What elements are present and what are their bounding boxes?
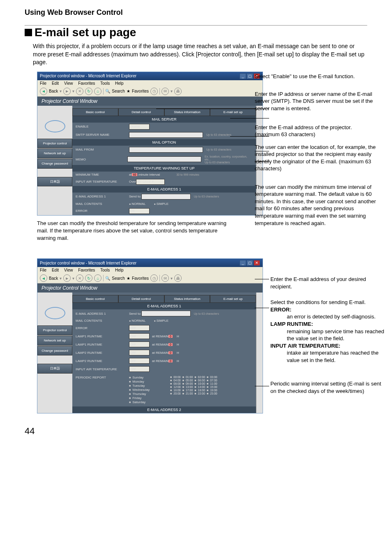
menu-tools[interactable]: Tools [100,81,110,86]
menu-bar-2[interactable]: File Edit View Favorites Tools Help [37,267,263,273]
back-icon[interactable]: ◄ [40,88,47,95]
lamp2r-val-b[interactable]: 0 [168,360,173,362]
ie-toolbar[interactable]: ◄ Back ▾ ► ▾ ✕ ↻ ⌂ 🔍 Search ★ Favorites … [37,86,263,97]
vertical-scrollbar-2[interactable] [256,293,263,413]
radio-normal-2[interactable]: NORMAL [129,319,145,323]
lamp2r-val-a[interactable]: 0 [168,351,173,354]
sidebar-network-setup-2[interactable]: Network set up [37,336,72,346]
select-error-2[interactable]: OFF [129,325,150,331]
menu-edit-2[interactable]: Edit [52,268,59,272]
radio-simple-2[interactable]: SIMPLE [154,319,168,323]
print-icon-2[interactable]: 🖶 [174,274,182,282]
back-icon-2[interactable]: ◄ [40,274,47,282]
menu-view-2[interactable]: View [64,268,73,272]
select-inputair-2[interactable]: OFF [129,366,150,372]
menu-file-2[interactable]: File [40,268,46,272]
search-label[interactable]: Search [112,89,125,93]
home-icon-2[interactable]: ⌂ [94,274,101,282]
back-label-2[interactable]: Back [49,276,58,281]
label-mintime: MINIMUM TIME [76,173,129,176]
search-icon-2[interactable]: 🔍 [105,276,110,281]
tab-basic[interactable]: Basic control [72,108,118,116]
tab-detail-2[interactable]: Detail control [118,295,164,303]
select-lamp1r-b[interactable]: OFF [129,341,150,347]
forward-icon[interactable]: ► [63,88,71,95]
stop-icon[interactable]: ✕ [76,88,83,95]
menu-edit[interactable]: Edit [52,81,59,86]
radio-simple[interactable]: SIMPLE [154,202,168,206]
stop-icon-2[interactable]: ✕ [76,274,83,282]
radio-normal[interactable]: NORMAL [129,202,145,206]
chk-tue[interactable]: ■ [129,384,131,387]
select-error[interactable]: ON [129,208,150,214]
annotation-mailfrom: Enter the E-mail address of the projecto… [255,124,376,138]
menu-file[interactable]: File [40,81,46,86]
favorites-label-2[interactable]: Favorites [132,276,149,281]
favorites-icon-2[interactable]: ★ [127,276,130,281]
history-icon-2[interactable]: ◷ [150,274,158,282]
home-icon[interactable]: ⌂ [94,88,101,95]
times-grid[interactable]: ■00:00 ■01:00 ■02:00 ■03:00 ■04:00 ■05:0… [170,376,219,395]
lamp1r-val-a[interactable]: 0 [168,335,173,338]
history-icon[interactable]: ◷ [150,88,158,95]
search-label-2[interactable]: Search [112,276,125,281]
close-button-2[interactable]: ✕ [254,260,260,266]
chk-fri[interactable]: ■ [129,397,131,399]
select-lamp1r-a[interactable]: OFF [129,333,150,339]
sidebar-projector-control-2[interactable]: Projector control [37,325,72,335]
projector-logo-2 [45,307,65,319]
select-lamp2r-b[interactable]: OFF [129,358,150,364]
lamp1r-val-b[interactable]: 0 [168,343,173,346]
tab-detail[interactable]: Detail control [118,108,164,116]
mail-icon[interactable]: ✉ [161,88,169,95]
back-label[interactable]: Back [49,89,58,93]
input-mailfrom[interactable] [129,147,203,153]
chk-thu[interactable]: ■ [129,392,131,395]
select-lamp2r-a[interactable]: OFF [129,350,150,355]
window-titlebar[interactable]: Projector control window - Microsoft Int… [37,72,263,80]
chk-sun[interactable]: ■ [129,376,131,379]
favorites-label[interactable]: Favorites [132,89,149,93]
sidebar-change-password-2[interactable]: Change password [37,346,72,356]
minimize-button-2[interactable]: _ [240,260,246,266]
menu-favorites[interactable]: Favorites [78,81,95,86]
menu-view[interactable]: View [64,81,73,86]
tab-status-2[interactable]: Status information [164,295,210,303]
sidebar-change-password[interactable]: Change password [37,159,72,169]
input-email1-2[interactable] [141,311,191,316]
tab-email-2[interactable]: E-mail set up [210,295,256,303]
ie-toolbar-2[interactable]: ◄ Back ▾ ► ▾ ✕ ↻ ⌂ 🔍 Search ★ Favorites … [37,273,263,283]
forward-icon-2[interactable]: ► [63,274,71,282]
maximize-button[interactable]: ▢ [247,73,253,79]
search-icon[interactable]: 🔍 [105,89,110,93]
refresh-icon[interactable]: ↻ [85,88,92,95]
favorites-icon[interactable]: ★ [127,89,130,93]
input-email1[interactable] [141,194,191,200]
sidebar-network-setup[interactable]: Network set up [37,149,72,158]
chk-wed[interactable]: ■ [129,388,131,391]
select-temp[interactable]: 45° C/113° F [136,179,165,185]
select-enable[interactable]: Disable [129,124,150,130]
window-titlebar-2[interactable]: Projector control window - Microsoft Int… [37,259,263,267]
tab-basic-2[interactable]: Basic control [72,295,118,303]
sidebar-japanese-2[interactable]: 日本語 [37,364,72,374]
tab-status[interactable]: Status information [164,108,210,116]
menu-favorites-2[interactable]: Favorites [78,268,95,272]
chk-mon[interactable]: ■ [129,380,131,383]
menu-help-2[interactable]: Help [115,268,124,272]
maximize-button-2[interactable]: ▢ [247,260,253,266]
minimize-button[interactable]: _ [240,73,246,79]
print-icon[interactable]: 🖶 [174,88,182,95]
chk-sat[interactable]: ■ [129,401,131,404]
refresh-icon-2[interactable]: ↻ [85,274,92,282]
input-smtp[interactable] [129,132,203,138]
menu-bar[interactable]: File Edit View Favorites Tools Help [37,80,263,86]
menu-tools-2[interactable]: Tools [100,268,110,272]
mail-icon-2[interactable]: ✉ [161,274,169,282]
sidebar-japanese[interactable]: 日本語 [37,177,72,187]
menu-help[interactable]: Help [115,81,124,86]
input-memo[interactable] [127,156,201,162]
tab-email[interactable]: E-mail set up [210,108,256,116]
sidebar-projector-control[interactable]: Projector control [37,139,72,149]
input-mintime[interactable]: 60 [132,173,138,176]
